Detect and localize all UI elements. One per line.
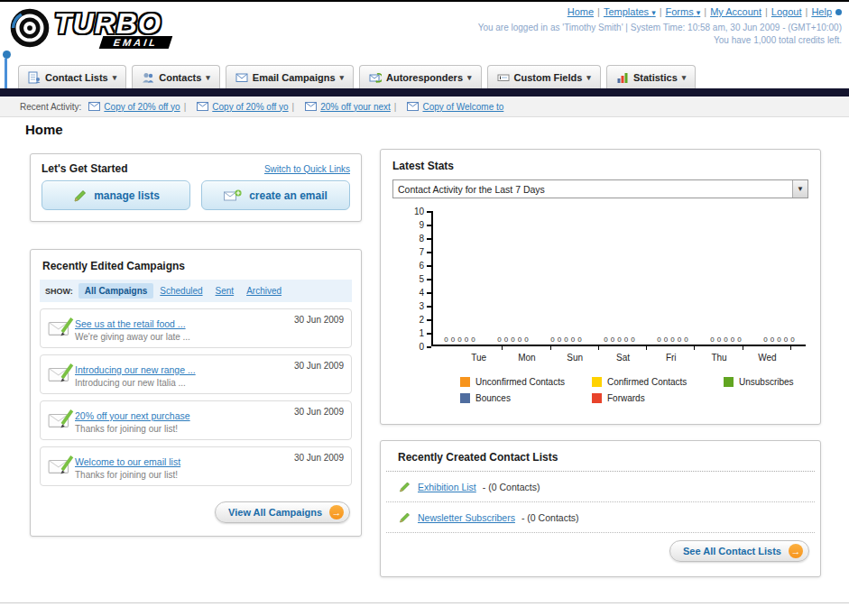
stats-chart: 109876543210 000000000000000000000000000…: [381, 211, 820, 403]
email-edit-icon: [48, 317, 75, 338]
x-axis-label: Wed: [743, 353, 791, 363]
tab-contact-lists[interactable]: Contact Lists ▾: [18, 65, 126, 88]
separator: |: [660, 6, 662, 17]
custom-fields-icon: [497, 71, 510, 84]
filter-all-campaigns[interactable]: All Campaigns: [78, 283, 153, 299]
chevron-down-icon: ▾: [113, 73, 117, 82]
chevron-down-icon: ▾: [206, 73, 210, 82]
email-campaigns-icon: [235, 71, 248, 84]
recent-activity-item[interactable]: Copy of Welcome to: [422, 102, 503, 112]
login-info: You are logged in as 'Timothy Smith' | S…: [478, 23, 842, 32]
nav-home-link[interactable]: Home: [568, 6, 594, 17]
tab-custom-fields[interactable]: Custom Fields ▾: [487, 65, 601, 88]
select-dropdown-arrow-icon: ▼: [792, 180, 807, 198]
app-logo[interactable]: TURBO EMAIL: [9, 7, 161, 49]
chevron-down-icon: ▾: [697, 8, 701, 17]
logo-text: TURBO EMAIL: [54, 7, 161, 41]
statistics-icon: [616, 71, 629, 84]
envelope-icon: [88, 102, 100, 111]
main-nav: Contact Lists ▾ Contacts ▾ Email Campaig…: [18, 65, 701, 88]
separator: |: [704, 6, 706, 17]
contact-lists-title: Recently Created Contact Lists: [386, 441, 815, 472]
campaign-title-link[interactable]: 20% off your next purchase: [75, 410, 190, 421]
campaigns-panel: Recently Edited Campaigns SHOW: All Camp…: [30, 249, 362, 537]
campaign-title-link[interactable]: Welcome to our email list: [75, 456, 180, 467]
credits-info: You have 1,000 total credits left.: [478, 35, 842, 45]
tab-label: Contacts: [159, 72, 201, 83]
x-axis-label: Fri: [647, 353, 695, 363]
campaign-date: 30 Jun 2009: [294, 361, 344, 371]
switch-quick-links[interactable]: Switch to Quick Links: [264, 164, 350, 174]
tab-label: Statistics: [633, 72, 678, 83]
tab-label: Contact Lists: [45, 72, 108, 83]
manage-lists-button[interactable]: manage lists: [42, 180, 190, 210]
stats-period-select[interactable]: Contact Activity for the Last 7 Days ▼: [392, 179, 808, 198]
contact-list-count: - (0 Contacts): [521, 512, 579, 523]
recent-activity-item[interactable]: 20% off your next: [320, 102, 391, 112]
contact-list-link[interactable]: Newsletter Subscribers: [418, 512, 515, 523]
recent-activity-label: Recent Activity:: [20, 102, 81, 112]
pencil-icon: [398, 480, 411, 493]
contact-list-item: Exhibition List - (0 Contacts): [386, 472, 815, 502]
legend-item: Unconfirmed Contacts: [460, 377, 592, 387]
view-all-campaigns-button[interactable]: View All Campaigns →: [215, 501, 350, 523]
manage-lists-label: manage lists: [94, 189, 160, 202]
campaign-subtitle: We're giving away our late ...: [75, 332, 294, 342]
campaigns-filter-bar: SHOW: All Campaigns Scheduled Sent Archi…: [40, 280, 352, 302]
chart-legend: Unconfirmed ContactsConfirmed ContactsUn…: [460, 377, 849, 403]
chart-bar-group: 00000: [646, 211, 699, 345]
campaign-list-item: Introducing our new range ... Introducin…: [40, 354, 352, 394]
chart-bar-group: 00000: [752, 211, 806, 345]
pencil-icon: [398, 510, 411, 524]
filter-scheduled[interactable]: Scheduled: [153, 283, 208, 299]
tab-statistics[interactable]: Statistics ▾: [606, 65, 696, 88]
separator: |: [806, 6, 808, 17]
separator: |: [292, 102, 295, 112]
filter-archived[interactable]: Archived: [240, 283, 288, 299]
chart-x-axis: TueMonSunSatFriThuWed: [455, 350, 791, 363]
header-right: Home|Templates ▾|Forms ▾|My Account|Logo…: [478, 6, 842, 45]
recent-activity-item[interactable]: Copy of 20% off yo: [104, 102, 180, 112]
tab-contacts[interactable]: Contacts ▾: [132, 65, 220, 88]
envelope-icon: [305, 102, 317, 111]
contact-list-link[interactable]: Exhibition List: [418, 482, 476, 492]
campaign-date: 30 Jun 2009: [294, 453, 344, 463]
envelope-icon: [407, 102, 419, 111]
see-all-contact-lists-button[interactable]: See All Contact Lists →: [669, 540, 809, 562]
nav-logout-link[interactable]: Logout: [771, 6, 802, 17]
footer-divider: [0, 602, 849, 603]
campaign-subtitle: Thanks for joining our list!: [75, 424, 294, 434]
contact-list-count: - (0 Contacts): [483, 482, 540, 492]
chart-y-axis: 109876543210: [404, 211, 431, 346]
stats-period-value: Contact Activity for the Last 7 Days: [393, 184, 792, 195]
campaign-date: 30 Jun 2009: [294, 315, 344, 325]
chevron-down-icon: ▾: [651, 8, 656, 17]
nav-templates-link[interactable]: Templates ▾: [604, 6, 656, 17]
tab-label: Autoresponders: [386, 72, 463, 83]
create-email-label: create an email: [249, 189, 328, 202]
campaign-subtitle: Introducing our new Italia ...: [75, 378, 294, 388]
campaign-subtitle: Thanks for joining our list!: [75, 470, 294, 480]
envelope-icon: [197, 102, 208, 111]
campaign-list-item: See us at the retail food ... We're givi…: [40, 308, 352, 348]
recent-activity-item[interactable]: Copy of 20% off yo: [212, 102, 288, 112]
tab-autoresponders[interactable]: Autoresponders ▾: [359, 65, 482, 88]
create-email-button[interactable]: create an email: [201, 180, 350, 210]
nav-my-account-link[interactable]: My Account: [710, 6, 761, 17]
contact-list-item: Newsletter Subscribers - (0 Contacts): [386, 502, 815, 533]
nav-divider-bar: [0, 88, 849, 97]
view-all-campaigns-label: View All Campaigns: [228, 507, 322, 518]
campaign-date: 30 Jun 2009: [294, 407, 344, 417]
campaign-title-link[interactable]: Introducing our new range ...: [75, 364, 196, 375]
filter-sent[interactable]: Sent: [209, 283, 241, 299]
tab-label: Email Campaigns: [253, 72, 336, 83]
recent-activity-bar: Recent Activity: Copy of 20% off yo | Co…: [0, 97, 849, 117]
tab-email-campaigns[interactable]: Email Campaigns ▾: [226, 65, 354, 88]
separator: |: [184, 102, 187, 112]
page-title: Home: [25, 122, 63, 137]
nav-help-link[interactable]: Help: [811, 6, 832, 17]
legend-item: Unsubscribes: [724, 377, 849, 387]
campaign-title-link[interactable]: See us at the retail food ...: [75, 318, 186, 329]
show-label: SHOW:: [45, 287, 73, 296]
nav-forms-link[interactable]: Forms ▾: [666, 6, 701, 17]
